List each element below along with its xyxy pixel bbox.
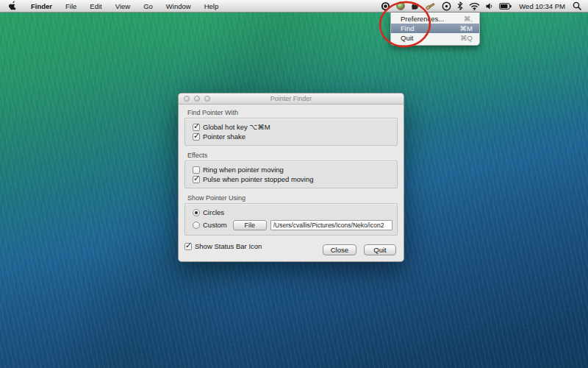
ring-when-moving-checkbox[interactable] bbox=[193, 166, 200, 174]
section-label-find-pointer-with: Find Pointer With bbox=[187, 109, 398, 116]
menu-finder[interactable]: Finder bbox=[24, 0, 59, 12]
spotlight-icon[interactable] bbox=[573, 1, 581, 10]
close-window-button[interactable] bbox=[184, 96, 190, 102]
apple-menu[interactable] bbox=[0, 0, 24, 12]
flashlight-icon[interactable] bbox=[425, 1, 436, 11]
pointer-shake-checkbox[interactable] bbox=[193, 133, 200, 141]
target-icon[interactable] bbox=[442, 1, 451, 11]
wifi-icon[interactable] bbox=[469, 2, 480, 10]
menu-bar-clock[interactable]: Wed 10:34 PM bbox=[517, 2, 567, 10]
checkbox-row-global-hot-key[interactable]: Global hot key ⌥⌘M bbox=[190, 122, 392, 132]
window-titlebar[interactable]: Pointer Finder bbox=[179, 93, 404, 105]
circles-radio[interactable] bbox=[193, 209, 200, 216]
pulse-when-stopped-checkbox[interactable] bbox=[193, 176, 200, 183]
shortcut-find: ⌘M bbox=[460, 24, 473, 32]
menu-item-find[interactable]: Find ⌘M bbox=[391, 24, 479, 33]
traffic-lights bbox=[184, 96, 210, 102]
radio-row-custom: Custom File bbox=[190, 219, 392, 231]
menu-view[interactable]: View bbox=[109, 0, 137, 12]
pointer-finder-window: Pointer Finder Find Pointer With Global … bbox=[178, 93, 404, 262]
bluetooth-icon[interactable] bbox=[457, 1, 463, 10]
shortcut-quit: ⌘Q bbox=[460, 34, 473, 42]
battery-icon[interactable] bbox=[499, 3, 512, 10]
global-hot-key-checkbox[interactable] bbox=[193, 124, 200, 131]
menu-edit[interactable]: Edit bbox=[83, 0, 108, 12]
radio-row-circles[interactable]: Circles bbox=[190, 208, 392, 217]
group-effects: Ring when pointer moving Pulse when poin… bbox=[184, 160, 398, 188]
close-button[interactable]: Close bbox=[323, 244, 356, 255]
footer-buttons: Close Quit bbox=[323, 244, 398, 255]
group-show-pointer-using: Circles Custom File bbox=[184, 203, 398, 236]
menu-item-preferences[interactable]: Preferences... ⌘, bbox=[391, 14, 479, 24]
group-find-pointer-with: Global hot key ⌥⌘M Pointer shake bbox=[184, 118, 398, 146]
status-item-menu: Preferences... ⌘, Find ⌘M Quit ⌘Q bbox=[390, 13, 480, 46]
cat-icon[interactable] bbox=[411, 2, 419, 10]
menu-bar: Finder File Edit View Go Window Help bbox=[0, 0, 588, 13]
menu-help[interactable]: Help bbox=[198, 0, 226, 12]
quit-button[interactable]: Quit bbox=[364, 244, 396, 255]
checkbox-row-status-bar-icon[interactable]: Show Status Bar Icon bbox=[184, 241, 262, 251]
desktop: Finder File Edit View Go Window Help bbox=[0, 0, 588, 368]
menu-file[interactable]: File bbox=[59, 0, 83, 12]
window-content: Find Pointer With Global hot key ⌥⌘M Poi… bbox=[179, 105, 404, 261]
pointer-finder-icon[interactable] bbox=[381, 1, 390, 11]
file-button[interactable]: File bbox=[233, 220, 267, 230]
checkbox-row-pulse-when-stopped[interactable]: Pulse when pointer stopped moving bbox=[190, 174, 392, 184]
menu-item-quit[interactable]: Quit ⌘Q bbox=[391, 33, 479, 43]
status-bar-icon-checkbox[interactable] bbox=[184, 243, 192, 250]
window-title: Pointer Finder bbox=[179, 95, 404, 102]
section-label-show-pointer-using: Show Pointer Using bbox=[187, 194, 398, 202]
menu-window[interactable]: Window bbox=[159, 0, 198, 12]
custom-radio[interactable] bbox=[193, 222, 200, 229]
checkbox-row-ring-when-moving[interactable]: Ring when pointer moving bbox=[190, 165, 392, 174]
menu-bar-left: Finder File Edit View Go Window Help bbox=[0, 0, 225, 12]
window-footer: Show Status Bar Icon Close Quit bbox=[184, 241, 398, 255]
custom-path-field[interactable] bbox=[270, 220, 392, 230]
menu-bar-status-area: Wed 10:34 PM bbox=[381, 0, 588, 12]
apple-icon bbox=[9, 1, 17, 12]
section-label-effects: Effects bbox=[187, 152, 398, 159]
menu-go[interactable]: Go bbox=[137, 0, 159, 12]
zoom-window-button[interactable] bbox=[204, 96, 210, 102]
checkbox-row-pointer-shake[interactable]: Pointer shake bbox=[190, 132, 392, 141]
shortcut-preferences: ⌘, bbox=[464, 15, 473, 23]
volume-icon[interactable] bbox=[486, 2, 493, 10]
globe-icon[interactable] bbox=[396, 1, 405, 10]
minimize-window-button[interactable] bbox=[194, 96, 200, 102]
